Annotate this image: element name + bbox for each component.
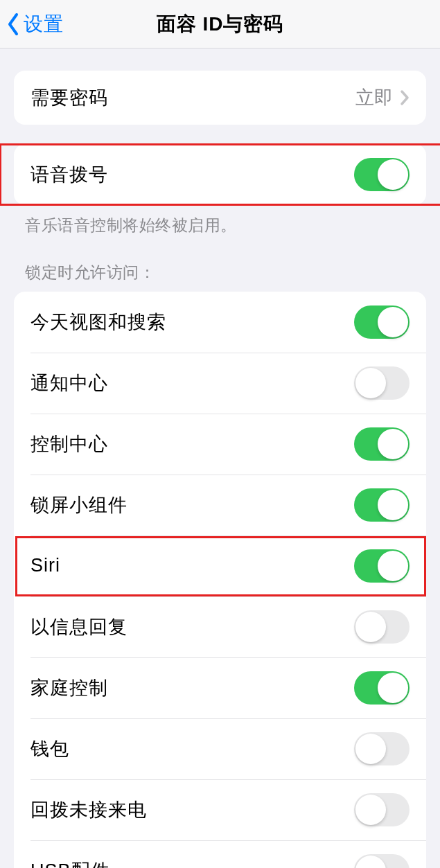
lock-row-锁屏小组件: 锁屏小组件	[14, 475, 426, 535]
lock-row-label: USB配件	[30, 858, 354, 869]
lock-toggle-家庭控制[interactable]	[354, 671, 410, 705]
require-passcode-label: 需要密码	[30, 85, 355, 110]
lock-row-label: 通知中心	[30, 371, 354, 396]
toggle-knob	[378, 490, 408, 520]
require-passcode-row[interactable]: 需要密码 立即	[14, 71, 426, 125]
toggle-knob	[355, 856, 386, 869]
lock-access-group: 今天视图和搜索通知中心控制中心锁屏小组件Siri以信息回复家庭控制钱包回拨未接来…	[14, 292, 426, 869]
lock-toggle-以信息回复[interactable]	[354, 610, 410, 644]
lock-toggle-通知中心[interactable]	[354, 366, 410, 400]
chevron-left-icon	[6, 12, 21, 37]
lock-row-今天视图和搜索: 今天视图和搜索	[14, 292, 426, 353]
lock-row-siri: Siri	[14, 535, 426, 596]
toggle-knob	[378, 307, 408, 337]
lock-row-label: Siri	[30, 555, 354, 576]
voice-dial-row: 语音拨号	[14, 144, 426, 205]
toggle-knob	[378, 429, 408, 459]
lock-toggle-钱包[interactable]	[354, 732, 410, 765]
lock-row-通知中心: 通知中心	[14, 353, 426, 414]
nav-bar: 设置 面容 ID与密码	[0, 0, 440, 48]
lock-row-label: 以信息回复	[30, 614, 354, 639]
back-button[interactable]: 设置	[0, 11, 64, 37]
lock-row-家庭控制: 家庭控制	[14, 657, 426, 718]
lock-row-label: 锁屏小组件	[30, 493, 354, 517]
lock-toggle-今天视图和搜索[interactable]	[354, 305, 410, 339]
lock-row-钱包: 钱包	[14, 718, 426, 779]
lock-toggle-锁屏小组件[interactable]	[354, 488, 410, 522]
lock-row-控制中心: 控制中心	[14, 414, 426, 475]
require-passcode-group: 需要密码 立即	[14, 71, 426, 125]
lock-row-label: 钱包	[30, 736, 354, 761]
lock-toggle-siri[interactable]	[354, 549, 410, 583]
lock-toggle-控制中心[interactable]	[354, 427, 410, 461]
lock-row-label: 控制中心	[30, 432, 354, 457]
lock-row-label: 今天视图和搜索	[30, 310, 354, 335]
toggle-knob	[355, 368, 386, 398]
lock-row-以信息回复: 以信息回复	[14, 596, 426, 657]
chevron-right-icon	[400, 89, 410, 106]
toggle-knob	[378, 159, 408, 190]
lock-row-usb配件: USB配件	[14, 840, 426, 869]
toggle-knob	[355, 734, 386, 764]
page-title: 面容 ID与密码	[157, 11, 284, 37]
toggle-knob	[355, 795, 386, 825]
voice-dial-group: 语音拨号	[14, 144, 426, 205]
toggle-knob	[355, 612, 386, 642]
lock-row-label: 家庭控制	[30, 675, 354, 700]
lock-toggle-usb配件[interactable]	[354, 854, 410, 869]
require-passcode-value: 立即	[355, 85, 393, 110]
voice-dial-label: 语音拨号	[30, 162, 354, 187]
toggle-knob	[378, 551, 408, 581]
lock-row-label: 回拨未接来电	[30, 797, 354, 822]
lock-row-回拨未接来电: 回拨未接来电	[14, 779, 426, 840]
lock-access-header: 锁定时允许访问：	[25, 262, 415, 283]
voice-dial-footer: 音乐语音控制将始终被启用。	[25, 215, 415, 237]
toggle-knob	[378, 673, 408, 703]
lock-toggle-回拨未接来电[interactable]	[354, 793, 410, 826]
back-label: 设置	[24, 11, 64, 37]
voice-dial-toggle[interactable]	[354, 158, 410, 191]
